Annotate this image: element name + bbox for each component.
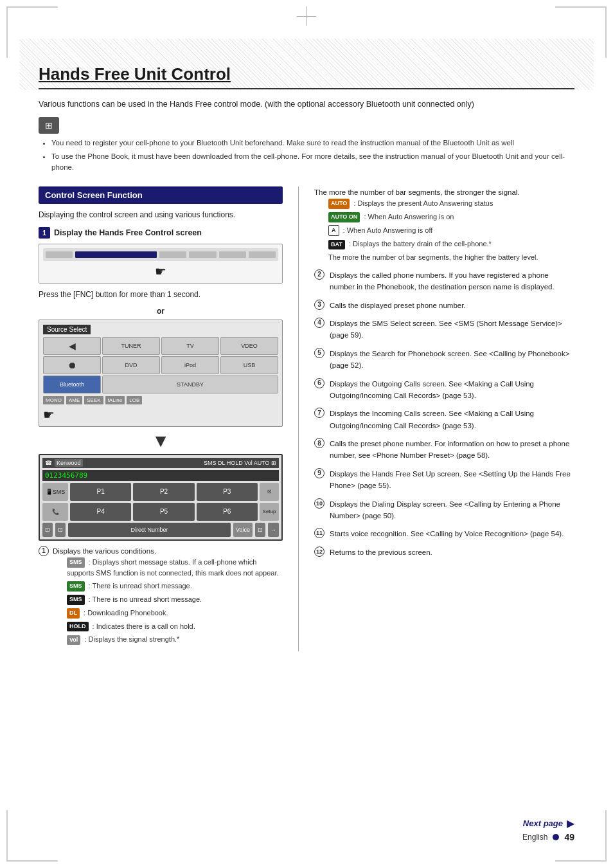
control-section-desc: Displaying the control screen and using …	[39, 209, 283, 221]
right-num-10: 10	[314, 498, 324, 509]
vertical-divider	[298, 186, 299, 652]
right-text-9: Displays the Hands Free Set Up screen. S…	[330, 468, 574, 492]
page-language: English	[522, 833, 547, 842]
ame-btn: AME	[66, 396, 82, 404]
seek-btn: SEEK	[84, 396, 103, 404]
page-footer: Next page ▶ English 49	[522, 817, 574, 842]
badge-auto-on: AUTO ON	[328, 212, 360, 222]
right-text-3: Calls the displayed preset phone number.	[330, 300, 574, 311]
faline-btn: fALine	[105, 396, 125, 404]
bar-segment	[249, 251, 276, 258]
bullet-list: You need to register your cell-phone to …	[39, 138, 574, 174]
sub-dl: DL : Downloading Phonebook.	[67, 608, 283, 619]
source-btn-circle: ⏺	[43, 356, 101, 374]
sub-battery-note: The more the number of bar segments, the…	[328, 252, 574, 263]
step1-label: Display the Hands Free Control screen	[54, 228, 202, 237]
hf-preset-p2: P2	[133, 483, 194, 501]
right-item-7: 7 Displays the Incoming Calls screen. Se…	[314, 408, 574, 431]
press-text: Press the [FNC] button for more than 1 s…	[39, 289, 283, 300]
right-text-2: Displays the called phone numbers. If yo…	[330, 269, 574, 293]
bar-segment	[159, 251, 186, 258]
hf-bottom-row: ⊡ ⊡ Direct Number Voice ⊡ →	[42, 523, 279, 537]
source-btn-tuner: TUNER	[102, 337, 160, 355]
badge-bat: BAT	[328, 240, 345, 250]
source-btn-back: ◀	[43, 337, 101, 355]
hf-phone-number: 0123456789	[42, 470, 279, 481]
hf-brand: Kenwood	[55, 459, 83, 467]
display-item-1: 1 Displays the various conditions. SMS :…	[39, 546, 283, 648]
badge-auto-off: A	[328, 225, 339, 237]
source-btn-dvd: DVD	[102, 356, 160, 374]
signal-strength-note: The more the number of bar segments, the…	[314, 186, 574, 263]
sub-sms-dark: SMS : There is no unread short message.	[67, 594, 283, 605]
screen-mockup-1: ☛	[39, 244, 283, 284]
hf-top-bar: ☎ Kenwood SMS DL HOLD Vol AUTO ⊞	[42, 458, 279, 468]
hf-preset-p5: P5	[133, 503, 194, 521]
right-text-6: Displays the Outgoing Calls screen. See …	[330, 378, 574, 402]
hf-direct-number: Direct Number	[68, 523, 231, 537]
display-text-1: Displays the various conditions. SMS : D…	[53, 546, 283, 648]
hf-setup-icon: Setup	[260, 503, 279, 521]
lob-btn: LOB	[127, 396, 142, 404]
right-num-3: 3	[314, 300, 324, 310]
hf-preset-p6: P6	[197, 503, 258, 521]
source-select-title: Source Select	[43, 325, 91, 334]
right-text-12: Returns to the previous screen.	[330, 547, 574, 558]
next-page-label: Next page	[523, 818, 563, 828]
source-grid: ◀ TUNER TV VDEO ⏺ DVD iPod USB Bluetooth…	[43, 337, 278, 393]
bullet-item: You need to register your cell-phone to …	[51, 138, 574, 149]
sub-auto: AUTO : Displays the present Auto Answeri…	[328, 198, 574, 209]
right-item-4: 4 Displays the SMS Select screen. See <S…	[314, 318, 574, 341]
sub-auto-off: A : When Auto Answering is off	[328, 225, 574, 237]
bullet-item: To use the Phone Book, it must have been…	[51, 151, 574, 174]
badge-sms-gray: SMS	[67, 557, 85, 568]
step1-header: 1 Display the Hands Free Control screen	[39, 227, 283, 239]
right-text-4: Displays the SMS Select screen. See <SMS…	[330, 318, 574, 341]
right-item-6: 6 Displays the Outgoing Calls screen. Se…	[314, 378, 574, 402]
screen-bar	[43, 248, 278, 261]
hf-icon-right: ⊡	[260, 483, 279, 501]
badge-sms-green: SMS	[67, 581, 85, 592]
right-column: The more the number of bar segments, the…	[314, 186, 574, 565]
right-num-9: 9	[314, 468, 324, 478]
hf-sms-row: 📱SMS P1 P2 P3 ⊡	[42, 483, 279, 501]
hf-call-icon: 📞	[42, 503, 68, 521]
source-btn-tv: TV	[161, 337, 219, 355]
right-item-5: 5 Displays the Search for Phonebook scre…	[314, 348, 574, 372]
control-section-header: Control Screen Function	[39, 186, 283, 204]
hf-small-btn-2: ⊡	[55, 523, 66, 537]
hand-icon: ☛	[43, 264, 278, 279]
page-title: Hands Free Unit Control	[39, 64, 574, 89]
hf-small-btn-1: ⊡	[42, 523, 53, 537]
badge-auto: AUTO	[328, 199, 350, 209]
bar-segment	[46, 251, 73, 258]
sub-sms-green: SMS : There is unread short message.	[67, 581, 283, 592]
page-bullet	[553, 834, 559, 840]
source-btn-standby: STANDBY	[102, 375, 278, 393]
right-item-11: 11 Starts voice recognition. See <Callin…	[314, 528, 574, 539]
mono-bar: MONO AME SEEK fALine LOB	[43, 396, 278, 404]
step1-number: 1	[39, 227, 50, 239]
left-column: Control Screen Function Displaying the c…	[39, 186, 283, 652]
right-num-6: 6	[314, 378, 324, 388]
right-num-4: 4	[314, 318, 324, 328]
display-num-1: 1	[39, 546, 49, 556]
sub-vol: Vol : Displays the signal strength.*	[67, 634, 283, 645]
bar-segment	[219, 251, 246, 258]
right-num-7: 7	[314, 408, 324, 418]
next-arrow-icon: ▶	[567, 817, 574, 829]
right-item-9: 9 Displays the Hands Free Set Up screen.…	[314, 468, 574, 492]
hf-screen-mockup: ☎ Kenwood SMS DL HOLD Vol AUTO ⊞ 0123456…	[39, 454, 283, 541]
hf-icon: ☎	[45, 460, 52, 466]
hf-preset-p4: P4	[70, 503, 131, 521]
right-item-2: 2 Displays the called phone numbers. If …	[314, 269, 574, 293]
mono-btn: MONO	[43, 396, 64, 404]
right-text-5: Displays the Search for Phonebook screen…	[330, 348, 574, 372]
note-icon: ⊞	[39, 117, 59, 134]
hand-icon-source: ☛	[43, 407, 278, 422]
sub-hold: HOLD : Indicates there is a call on hold…	[67, 621, 283, 632]
bar-segment	[189, 251, 216, 258]
badge-hold: HOLD	[67, 622, 89, 632]
right-text-8: Calls the preset phone number. For infor…	[330, 438, 574, 462]
right-num-5: 5	[314, 348, 324, 358]
